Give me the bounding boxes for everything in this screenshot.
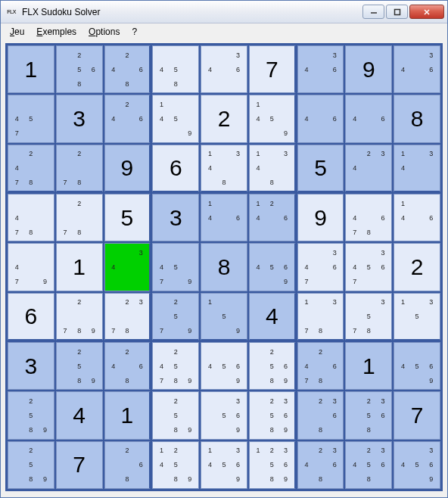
cell-r7c7[interactable]: 23568 bbox=[345, 391, 392, 439]
cell-r0c7[interactable]: 9 bbox=[345, 45, 392, 93]
cell-r5c4[interactable]: 159 bbox=[201, 293, 247, 341]
candidate-6 bbox=[328, 309, 342, 323]
cell-r0c0[interactable]: 1 bbox=[8, 45, 54, 93]
cell-r2c6[interactable]: 5 bbox=[297, 145, 344, 192]
cell-r4c8[interactable]: 2 bbox=[394, 243, 440, 291]
cell-r7c6[interactable]: 2368 bbox=[297, 391, 344, 439]
cell-r4c0[interactable]: 479 bbox=[8, 243, 54, 291]
candidate-5 bbox=[120, 458, 134, 472]
cell-r0c8[interactable]: 346 bbox=[394, 45, 440, 93]
cell-r6c3[interactable]: 245789 bbox=[152, 342, 199, 390]
candidate-8 bbox=[362, 126, 376, 141]
cell-r4c3[interactable]: 4579 bbox=[152, 243, 199, 291]
cell-r5c7[interactable]: 3578 bbox=[345, 293, 392, 341]
cell-r4c4[interactable]: 8 bbox=[201, 243, 247, 291]
menu-jeu[interactable]: Jeu bbox=[4, 25, 30, 39]
cell-r5c8[interactable]: 135 bbox=[394, 293, 440, 341]
cell-r8c1[interactable]: 7 bbox=[56, 441, 103, 489]
cell-r4c6[interactable]: 3467 bbox=[297, 243, 344, 291]
cell-r7c3[interactable]: 2589 bbox=[152, 391, 199, 439]
cell-r7c8[interactable]: 7 bbox=[394, 391, 440, 439]
cell-r6c5[interactable]: 25689 bbox=[249, 342, 296, 390]
cell-r3c3[interactable]: 3 bbox=[152, 194, 199, 241]
cell-r5c5[interactable]: 4 bbox=[249, 293, 296, 341]
cell-r0c1[interactable]: 2568 bbox=[56, 45, 103, 93]
cell-r3c7[interactable]: 4678 bbox=[345, 194, 392, 241]
cell-r3c6[interactable]: 9 bbox=[297, 194, 344, 241]
minimize-button[interactable] bbox=[362, 5, 384, 19]
cell-r8c0[interactable]: 2589 bbox=[8, 441, 54, 489]
cell-r6c8[interactable]: 4569 bbox=[394, 342, 440, 390]
cell-r3c0[interactable]: 478 bbox=[8, 194, 54, 241]
cell-r1c0[interactable]: 457 bbox=[8, 95, 54, 142]
cell-r6c7[interactable]: 1 bbox=[345, 342, 392, 390]
cell-r3c1[interactable]: 278 bbox=[56, 194, 103, 241]
menu-options[interactable]: Options bbox=[82, 25, 126, 39]
cell-r3c5[interactable]: 1246 bbox=[249, 194, 296, 241]
cell-r8c3[interactable]: 124589 bbox=[152, 441, 199, 489]
cell-r5c1[interactable]: 2789 bbox=[56, 293, 103, 341]
cell-r2c8[interactable]: 134 bbox=[394, 145, 440, 192]
cell-r8c8[interactable]: 34569 bbox=[394, 441, 440, 489]
cell-r1c8[interactable]: 8 bbox=[394, 95, 440, 142]
candidate-3: 3 bbox=[376, 295, 390, 310]
cell-r7c5[interactable]: 235689 bbox=[249, 391, 296, 439]
cell-r1c7[interactable]: 46 bbox=[345, 95, 392, 142]
menu-exemples[interactable]: Exemples bbox=[30, 25, 82, 39]
cell-r1c4[interactable]: 2 bbox=[201, 95, 247, 142]
cell-r2c3[interactable]: 6 bbox=[152, 145, 199, 192]
cell-r3c4[interactable]: 146 bbox=[201, 194, 247, 241]
cell-r7c4[interactable]: 3569 bbox=[201, 391, 247, 439]
cell-r4c1[interactable]: 1 bbox=[56, 243, 103, 291]
cell-r6c4[interactable]: 4569 bbox=[201, 342, 247, 390]
cell-r0c5[interactable]: 7 bbox=[249, 45, 296, 93]
cell-r8c5[interactable]: 1235689 bbox=[249, 441, 296, 489]
cell-r4c5[interactable]: 4569 bbox=[249, 243, 296, 291]
cell-r7c1[interactable]: 4 bbox=[56, 391, 103, 439]
candidate-8: 8 bbox=[120, 472, 134, 487]
cell-r7c2[interactable]: 1 bbox=[104, 391, 151, 439]
cell-r0c2[interactable]: 2468 bbox=[104, 45, 151, 93]
cell-r2c7[interactable]: 234 bbox=[345, 145, 392, 192]
cell-r6c1[interactable]: 2589 bbox=[56, 342, 103, 390]
maximize-button[interactable] bbox=[386, 5, 408, 19]
cell-r2c5[interactable]: 1348 bbox=[249, 145, 296, 192]
cell-r2c1[interactable]: 278 bbox=[56, 145, 103, 192]
cell-r0c3[interactable]: 458 bbox=[152, 45, 199, 93]
cell-r0c4[interactable]: 346 bbox=[201, 45, 247, 93]
cell-r1c3[interactable]: 1459 bbox=[152, 95, 199, 142]
cell-r1c2[interactable]: 246 bbox=[104, 95, 151, 142]
candidate-9 bbox=[376, 472, 390, 487]
cell-r6c0[interactable]: 3 bbox=[8, 342, 54, 390]
cell-r5c0[interactable]: 6 bbox=[8, 293, 54, 341]
candidate-7: 7 bbox=[154, 323, 169, 338]
candidate-4 bbox=[203, 309, 217, 323]
cell-r5c6[interactable]: 1378 bbox=[297, 293, 344, 341]
cell-r6c2[interactable]: 2468 bbox=[104, 342, 151, 390]
cell-r5c3[interactable]: 2579 bbox=[152, 293, 199, 341]
close-button[interactable] bbox=[409, 5, 444, 19]
cell-r8c7[interactable]: 234568 bbox=[345, 441, 392, 489]
candidate-7 bbox=[107, 126, 120, 141]
cell-r2c0[interactable]: 2478 bbox=[8, 145, 54, 192]
menu-help[interactable]: ? bbox=[126, 25, 143, 39]
cell-r6c6[interactable]: 24678 bbox=[297, 342, 344, 390]
cell-r1c1[interactable]: 3 bbox=[56, 95, 103, 142]
cell-r1c6[interactable]: 46 bbox=[297, 95, 344, 142]
cell-r2c4[interactable]: 1348 bbox=[201, 145, 247, 192]
candidate-1 bbox=[58, 344, 73, 359]
cell-r8c6[interactable]: 23468 bbox=[297, 441, 344, 489]
cell-r2c2[interactable]: 9 bbox=[104, 145, 151, 192]
cell-r3c8[interactable]: 146 bbox=[394, 194, 440, 241]
cell-r4c2[interactable]: 34 bbox=[104, 243, 151, 291]
cell-r5c2[interactable]: 2378 bbox=[104, 293, 151, 341]
candidate-2 bbox=[313, 97, 328, 111]
cell-r7c0[interactable]: 2589 bbox=[8, 391, 54, 439]
cell-r4c7[interactable]: 34567 bbox=[345, 243, 392, 291]
cell-r1c5[interactable]: 1459 bbox=[249, 95, 296, 142]
cell-r8c2[interactable]: 268 bbox=[104, 441, 151, 489]
candidate-grid: 2589 bbox=[10, 444, 52, 487]
cell-r3c2[interactable]: 5 bbox=[104, 194, 151, 241]
cell-r8c4[interactable]: 134569 bbox=[201, 441, 247, 489]
cell-r0c6[interactable]: 346 bbox=[297, 45, 344, 93]
